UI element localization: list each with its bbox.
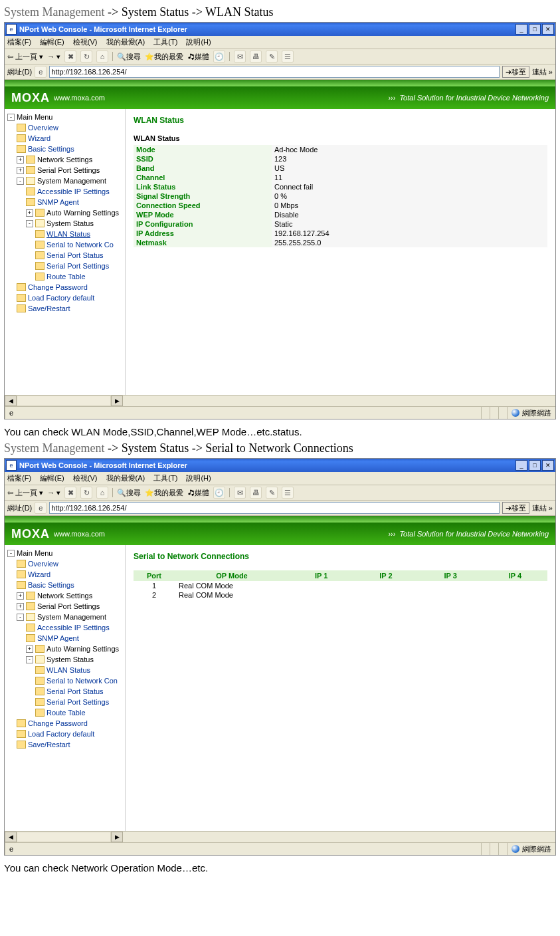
tree-network[interactable]: +Network Settings [7,154,124,165]
tree-scrollbar[interactable]: ◀ ▶ [5,831,555,842]
tree-access[interactable]: Accessible IP Settings [7,186,124,197]
tree-wlan[interactable]: WLAN Status [7,665,124,675]
tree-basic[interactable]: Basic Settings [7,580,124,590]
links-button[interactable]: 連結 » [532,503,553,513]
tree-basic[interactable]: Basic Settings [7,144,124,154]
scroll-left-icon[interactable]: ◀ [5,832,17,842]
maximize-button[interactable]: □ [529,24,541,35]
tree-serial[interactable]: +Serial Port Settings [7,601,124,612]
tree-save[interactable]: Save/Restart [7,739,124,750]
mail-icon[interactable]: ✉ [234,487,246,499]
tree-overview[interactable]: Overview [7,122,124,133]
history-icon[interactable]: 🕘 [213,51,225,62]
moxa-logo: MOXA [11,91,50,105]
search-button[interactable]: 🔍搜尋 [117,52,141,62]
search-button[interactable]: 🔍搜尋 [117,488,141,498]
tree-wizard[interactable]: Wizard [7,569,124,580]
edit-icon[interactable]: ✎ [266,51,278,62]
menubar: 檔案(F) 編輯(E) 檢視(V) 我的最愛(A) 工具(T) 說明(H) [5,472,555,485]
tree-access[interactable]: Accessible IP Settings [7,622,124,633]
discuss-icon[interactable]: ☰ [282,51,294,62]
media-button[interactable]: 🎝媒體 [187,52,209,62]
tree-spset[interactable]: Serial Port Settings [7,261,124,271]
tree-route[interactable]: Route Table [7,707,124,718]
scroll-track[interactable] [17,832,111,842]
tree-sps[interactable]: Serial Port Status [7,686,124,697]
menu-help[interactable]: 說明(H) [186,474,211,482]
refresh-icon[interactable]: ↻ [80,487,92,499]
tree-root: -Main Menu [7,548,124,558]
menu-tools[interactable]: 工具(T) [153,474,177,482]
tree-autowarn[interactable]: +Auto Warning Settings [7,207,124,218]
tree-sps[interactable]: Serial Port Status [7,250,124,261]
menu-tools[interactable]: 工具(T) [153,38,177,46]
table-header: Port OP Mode IP 1 IP 2 IP 3 IP 4 [134,570,547,581]
tree-serial[interactable]: +Serial Port Settings [7,165,124,176]
media-button[interactable]: 🎝媒體 [187,488,209,498]
tree-loadf[interactable]: Load Factory default [7,292,124,303]
tree-spset[interactable]: Serial Port Settings [7,697,124,707]
stop-icon[interactable]: ✖ [64,487,76,499]
url-input[interactable] [49,66,500,78]
menu-file[interactable]: 檔案(F) [7,38,31,46]
tree-scrollbar[interactable]: ◀ ▶ [5,395,555,406]
menu-view[interactable]: 檢視(V) [73,38,98,46]
print-icon[interactable]: 🖶 [250,487,262,499]
tree-autowarn[interactable]: +Auto Warning Settings [7,644,124,654]
mail-icon[interactable]: ✉ [234,51,246,62]
maximize-button[interactable]: □ [529,460,541,471]
tree-save[interactable]: Save/Restart [7,303,124,314]
tree-sysstatus[interactable]: -System Status [7,654,124,665]
stop-icon[interactable]: ✖ [64,51,76,62]
tree-sysman[interactable]: -System Management [7,176,124,186]
url-input[interactable] [49,502,500,514]
menu-file[interactable]: 檔案(F) [7,474,31,482]
back-button[interactable]: ⇦ 上一頁 ▾ [7,52,43,62]
print-icon[interactable]: 🖶 [250,51,262,62]
tree-snmp[interactable]: SNMP Agent [7,633,124,644]
tree-overview[interactable]: Overview [7,558,124,569]
separator [229,488,230,497]
tree-sysstatus[interactable]: -System Status [7,218,124,229]
menu-edit[interactable]: 編輯(E) [40,38,64,46]
close-button[interactable]: ✕ [542,24,554,35]
tree-wlan[interactable]: WLAN Status [7,229,124,239]
minimize-button[interactable]: _ [515,460,527,471]
menu-fav[interactable]: 我的最愛(A) [106,474,145,482]
tree-s2n[interactable]: Serial to Network Co [7,239,124,250]
tree-chpw[interactable]: Change Password [7,718,124,729]
discuss-icon[interactable]: ☰ [282,487,294,499]
forward-button[interactable]: → ▾ [47,489,60,497]
links-button[interactable]: 連結 » [532,67,553,77]
tree-wizard[interactable]: Wizard [7,133,124,144]
go-button[interactable]: ➔ 移至 [502,66,529,78]
minimize-button[interactable]: _ [515,24,527,35]
close-button[interactable]: ✕ [542,460,554,471]
tree-chpw[interactable]: Change Password [7,282,124,292]
back-button[interactable]: ⇦ 上一頁 ▾ [7,488,43,498]
scroll-left-icon[interactable]: ◀ [5,396,17,406]
tree-s2n[interactable]: Serial to Network Con [7,675,124,686]
menu-edit[interactable]: 編輯(E) [40,474,64,482]
tree-loadf[interactable]: Load Factory default [7,729,124,739]
forward-button[interactable]: → ▾ [47,53,60,61]
tree-snmp[interactable]: SNMP Agent [7,197,124,207]
home-icon[interactable]: ⌂ [96,487,108,499]
scroll-track[interactable] [17,396,111,406]
history-icon[interactable]: 🕘 [213,487,225,499]
tree-route[interactable]: Route Table [7,271,124,282]
globe-icon [512,409,519,417]
tree-sysman[interactable]: -System Management [7,612,124,622]
menu-view[interactable]: 檢視(V) [73,474,98,482]
menu-fav[interactable]: 我的最愛(A) [106,38,145,46]
edit-icon[interactable]: ✎ [266,487,278,499]
refresh-icon[interactable]: ↻ [80,51,92,62]
tree-network[interactable]: +Network Settings [7,590,124,601]
favorites-button[interactable]: ⭐我的最愛 [145,488,183,498]
home-icon[interactable]: ⌂ [96,51,108,62]
go-button[interactable]: ➔ 移至 [502,502,529,514]
favorites-button[interactable]: ⭐我的最愛 [145,52,183,62]
scroll-right-icon[interactable]: ▶ [111,396,123,406]
scroll-right-icon[interactable]: ▶ [111,832,123,842]
menu-help[interactable]: 說明(H) [186,38,211,46]
